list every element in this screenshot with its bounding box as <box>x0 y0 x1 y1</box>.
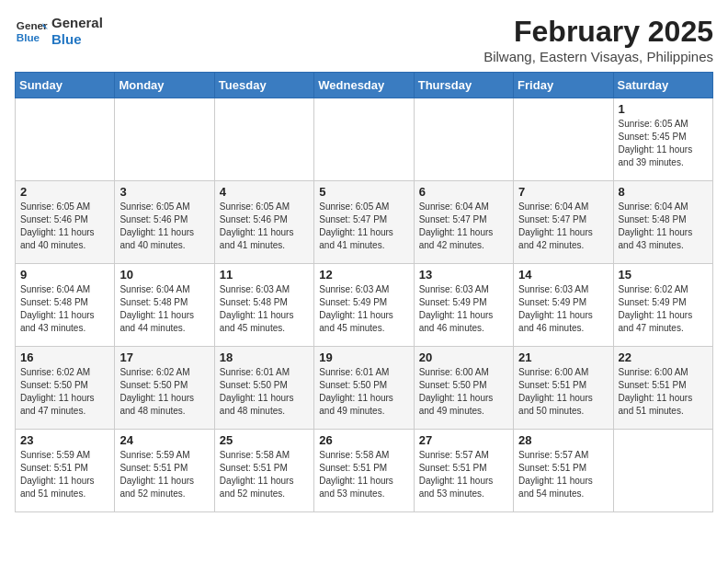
calendar-cell <box>514 98 613 181</box>
day-info: Sunrise: 6:01 AM Sunset: 5:50 PM Dayligh… <box>220 366 309 418</box>
calendar-cell: 21Sunrise: 6:00 AM Sunset: 5:51 PM Dayli… <box>514 347 613 430</box>
header-tuesday: Tuesday <box>214 73 313 98</box>
day-number: 6 <box>419 185 508 199</box>
header-sunday: Sunday <box>16 73 115 98</box>
page-header: General Blue General Blue February 2025 … <box>15 15 713 64</box>
calendar-cell: 27Sunrise: 5:57 AM Sunset: 5:51 PM Dayli… <box>414 430 513 512</box>
day-number: 12 <box>319 268 408 282</box>
calendar-cell <box>414 98 513 181</box>
calendar-cell: 17Sunrise: 6:02 AM Sunset: 5:50 PM Dayli… <box>115 347 214 430</box>
day-number: 8 <box>619 185 708 199</box>
day-info: Sunrise: 5:58 AM Sunset: 5:51 PM Dayligh… <box>220 449 309 500</box>
day-info: Sunrise: 6:04 AM Sunset: 5:48 PM Dayligh… <box>119 283 209 335</box>
day-info: Sunrise: 6:05 AM Sunset: 5:46 PM Dayligh… <box>20 201 109 252</box>
day-number: 21 <box>518 350 608 364</box>
logo-icon: General Blue <box>15 15 48 48</box>
day-info: Sunrise: 6:03 AM Sunset: 5:49 PM Dayligh… <box>518 283 608 335</box>
header-saturday: Saturday <box>613 73 712 98</box>
day-number: 16 <box>20 350 109 364</box>
day-number: 2 <box>20 185 109 199</box>
svg-text:Blue: Blue <box>17 31 40 43</box>
day-number: 17 <box>119 350 209 364</box>
day-number: 5 <box>319 185 408 199</box>
calendar-header-row: SundayMondayTuesdayWednesdayThursdayFrid… <box>16 73 713 98</box>
calendar-table: SundayMondayTuesdayWednesdayThursdayFrid… <box>15 72 713 512</box>
day-info: Sunrise: 6:02 AM Sunset: 5:49 PM Dayligh… <box>619 283 708 335</box>
calendar-cell: 8Sunrise: 6:04 AM Sunset: 5:48 PM Daylig… <box>613 181 712 264</box>
day-number: 13 <box>419 268 508 282</box>
day-number: 25 <box>220 433 309 447</box>
day-info: Sunrise: 6:05 AM Sunset: 5:45 PM Dayligh… <box>619 118 708 169</box>
day-info: Sunrise: 6:05 AM Sunset: 5:47 PM Dayligh… <box>319 201 408 252</box>
calendar-week-1: 1Sunrise: 6:05 AM Sunset: 5:45 PM Daylig… <box>16 98 713 181</box>
calendar-cell: 23Sunrise: 5:59 AM Sunset: 5:51 PM Dayli… <box>16 430 115 512</box>
day-info: Sunrise: 6:05 AM Sunset: 5:46 PM Dayligh… <box>119 201 209 252</box>
day-info: Sunrise: 5:57 AM Sunset: 5:51 PM Dayligh… <box>419 449 508 500</box>
calendar-cell <box>314 98 414 181</box>
calendar-week-4: 16Sunrise: 6:02 AM Sunset: 5:50 PM Dayli… <box>16 347 713 430</box>
day-info: Sunrise: 6:05 AM Sunset: 5:46 PM Dayligh… <box>220 201 309 252</box>
calendar-cell: 11Sunrise: 6:03 AM Sunset: 5:48 PM Dayli… <box>214 264 313 347</box>
day-info: Sunrise: 5:59 AM Sunset: 5:51 PM Dayligh… <box>119 449 209 500</box>
day-number: 18 <box>220 350 309 364</box>
day-info: Sunrise: 5:59 AM Sunset: 5:51 PM Dayligh… <box>20 449 109 500</box>
calendar-cell: 6Sunrise: 6:04 AM Sunset: 5:47 PM Daylig… <box>414 181 513 264</box>
calendar-cell <box>214 98 313 181</box>
calendar-week-2: 2Sunrise: 6:05 AM Sunset: 5:46 PM Daylig… <box>16 181 713 264</box>
day-info: Sunrise: 6:00 AM Sunset: 5:51 PM Dayligh… <box>518 366 608 418</box>
calendar-cell: 3Sunrise: 6:05 AM Sunset: 5:46 PM Daylig… <box>115 181 214 264</box>
day-number: 9 <box>20 268 109 282</box>
header-friday: Friday <box>514 73 613 98</box>
calendar-cell <box>115 98 214 181</box>
calendar-week-3: 9Sunrise: 6:04 AM Sunset: 5:48 PM Daylig… <box>16 264 713 347</box>
day-number: 27 <box>419 433 508 447</box>
day-number: 1 <box>619 102 708 116</box>
day-number: 23 <box>20 433 109 447</box>
day-number: 24 <box>119 433 209 447</box>
calendar-cell <box>16 98 115 181</box>
day-info: Sunrise: 5:58 AM Sunset: 5:51 PM Dayligh… <box>319 449 408 500</box>
day-info: Sunrise: 6:03 AM Sunset: 5:48 PM Dayligh… <box>220 283 309 335</box>
title-block: February 2025 Bilwang, Eastern Visayas, … <box>483 15 713 64</box>
day-number: 4 <box>220 185 309 199</box>
calendar-cell: 14Sunrise: 6:03 AM Sunset: 5:49 PM Dayli… <box>514 264 613 347</box>
logo-blue: Blue <box>51 31 103 48</box>
calendar-cell: 9Sunrise: 6:04 AM Sunset: 5:48 PM Daylig… <box>16 264 115 347</box>
day-number: 15 <box>619 268 708 282</box>
day-number: 14 <box>518 268 608 282</box>
calendar-cell: 2Sunrise: 6:05 AM Sunset: 5:46 PM Daylig… <box>16 181 115 264</box>
day-info: Sunrise: 6:02 AM Sunset: 5:50 PM Dayligh… <box>119 366 209 418</box>
logo: General Blue General Blue <box>15 15 103 48</box>
calendar-cell: 1Sunrise: 6:05 AM Sunset: 5:45 PM Daylig… <box>613 98 712 181</box>
calendar-cell: 10Sunrise: 6:04 AM Sunset: 5:48 PM Dayli… <box>115 264 214 347</box>
day-number: 26 <box>319 433 408 447</box>
calendar-cell: 22Sunrise: 6:00 AM Sunset: 5:51 PM Dayli… <box>613 347 712 430</box>
day-number: 19 <box>319 350 408 364</box>
day-info: Sunrise: 6:04 AM Sunset: 5:47 PM Dayligh… <box>518 201 608 252</box>
day-number: 11 <box>220 268 309 282</box>
day-info: Sunrise: 6:02 AM Sunset: 5:50 PM Dayligh… <box>20 366 109 418</box>
logo-general: General <box>51 15 103 31</box>
calendar-cell: 24Sunrise: 5:59 AM Sunset: 5:51 PM Dayli… <box>115 430 214 512</box>
calendar-cell: 7Sunrise: 6:04 AM Sunset: 5:47 PM Daylig… <box>514 181 613 264</box>
day-info: Sunrise: 6:04 AM Sunset: 5:47 PM Dayligh… <box>419 201 508 252</box>
day-info: Sunrise: 6:03 AM Sunset: 5:49 PM Dayligh… <box>419 283 508 335</box>
calendar-cell: 5Sunrise: 6:05 AM Sunset: 5:47 PM Daylig… <box>314 181 414 264</box>
day-info: Sunrise: 5:57 AM Sunset: 5:51 PM Dayligh… <box>518 449 608 500</box>
calendar-cell: 13Sunrise: 6:03 AM Sunset: 5:49 PM Dayli… <box>414 264 513 347</box>
day-number: 7 <box>518 185 608 199</box>
calendar-cell: 18Sunrise: 6:01 AM Sunset: 5:50 PM Dayli… <box>214 347 313 430</box>
day-info: Sunrise: 6:00 AM Sunset: 5:51 PM Dayligh… <box>619 366 708 418</box>
header-monday: Monday <box>115 73 214 98</box>
day-info: Sunrise: 6:03 AM Sunset: 5:49 PM Dayligh… <box>319 283 408 335</box>
calendar-cell: 26Sunrise: 5:58 AM Sunset: 5:51 PM Dayli… <box>314 430 414 512</box>
calendar-cell: 4Sunrise: 6:05 AM Sunset: 5:46 PM Daylig… <box>214 181 313 264</box>
calendar-cell: 12Sunrise: 6:03 AM Sunset: 5:49 PM Dayli… <box>314 264 414 347</box>
calendar-cell: 15Sunrise: 6:02 AM Sunset: 5:49 PM Dayli… <box>613 264 712 347</box>
calendar-cell: 28Sunrise: 5:57 AM Sunset: 5:51 PM Dayli… <box>514 430 613 512</box>
day-number: 28 <box>518 433 608 447</box>
calendar-cell: 19Sunrise: 6:01 AM Sunset: 5:50 PM Dayli… <box>314 347 414 430</box>
calendar-cell: 16Sunrise: 6:02 AM Sunset: 5:50 PM Dayli… <box>16 347 115 430</box>
calendar-cell <box>613 430 712 512</box>
day-number: 20 <box>419 350 508 364</box>
